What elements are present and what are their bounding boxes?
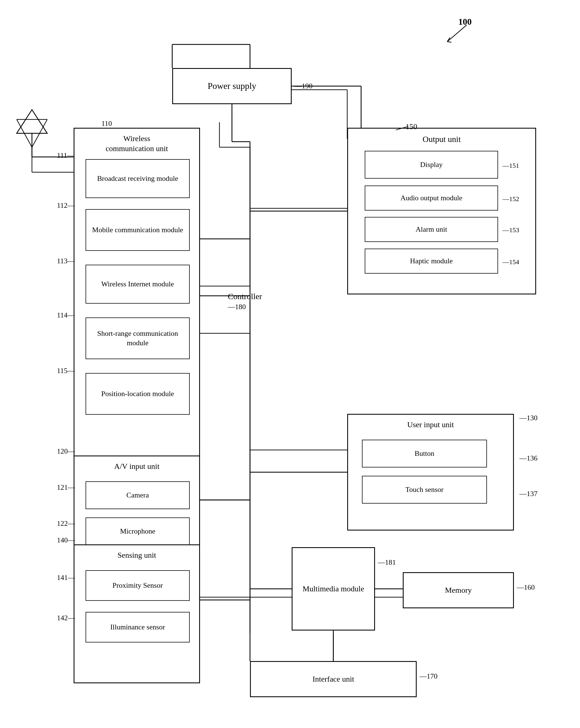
haptic-module-box: Haptic module (365, 249, 498, 274)
power-supply-box: Power supply (172, 68, 292, 104)
av-input-ref: 120— (57, 447, 75, 456)
mobile-ref: 112— (57, 201, 75, 210)
audio-output-ref: —152 (502, 195, 519, 203)
sensing-unit-box: Sensing unit Proximity Sensor Illuminanc… (74, 544, 200, 683)
output-unit-box: Output unit Display —151 Audio output mo… (347, 128, 536, 294)
touch-sensor-box: Touch sensor (362, 476, 487, 503)
interface-unit-box: Interface unit (250, 661, 417, 697)
broadcast-box: Broadcast receiving module (85, 159, 190, 198)
user-input-box: User input unit Button Touch sensor (347, 414, 514, 530)
touch-sensor-ref: —137 (520, 490, 537, 498)
wireless-unit-ref: 110 (101, 120, 112, 128)
microphone-box: Microphone (85, 517, 190, 545)
memory-ref: —160 (517, 583, 535, 592)
power-supply-ref: —190 (294, 82, 313, 90)
controller-label: Controller (228, 292, 262, 301)
wireless-internet-box: Wireless Internet module (85, 265, 190, 304)
display-box: Display (365, 151, 498, 179)
wireless-internet-ref: 113— (57, 257, 75, 265)
audio-output-box: Audio output module (365, 185, 498, 211)
proximity-sensor-box: Proximity Sensor (85, 570, 190, 601)
svg-line-19 (447, 25, 467, 42)
display-ref: —151 (502, 161, 519, 170)
short-range-box: Short-range communication module (85, 317, 190, 359)
mobile-comm-box: Mobile communication module (85, 209, 190, 251)
illuminance-ref: 142— (57, 614, 75, 622)
controller-ref: —180 (228, 303, 246, 311)
user-input-ref: —130 (520, 414, 537, 422)
short-range-ref: 114— (57, 311, 75, 319)
multimedia-ref: —181 (378, 558, 396, 567)
sensing-unit-ref: 140— (57, 536, 75, 544)
broadcast-ref: 111— (57, 151, 75, 160)
button-box: Button (362, 440, 487, 467)
alarm-unit-box: Alarm unit (365, 217, 498, 242)
title-arrow (439, 22, 472, 45)
haptic-module-ref: —154 (502, 258, 519, 266)
camera-box: Camera (85, 482, 190, 509)
user-input-label: User input unit (407, 420, 454, 430)
position-location-box: Position-location module (85, 373, 190, 415)
svg-line-21 (447, 42, 451, 42)
svg-line-1 (17, 120, 32, 147)
proximity-ref: 141— (57, 574, 75, 582)
wireless-unit-box: Wirelesscommunication unit Broadcast rec… (74, 128, 200, 489)
wireless-unit-label: Wirelesscommunication unit (81, 134, 193, 154)
svg-line-22 (396, 126, 408, 130)
microphone-ref: 122— (57, 519, 75, 528)
svg-marker-23 (17, 110, 47, 133)
diagram: 190 100 Power supply —190 Output unit Di… (0, 0, 580, 728)
button-ref: —136 (520, 454, 537, 463)
output-unit-label: Output unit (422, 134, 461, 145)
svg-line-2 (32, 120, 47, 147)
multimedia-module-box: Multimedia module (292, 547, 375, 630)
alarm-unit-ref: —153 (502, 226, 519, 234)
av-input-label: A/V input unit (114, 461, 159, 471)
position-ref: 115— (57, 367, 75, 375)
camera-ref: 121— (57, 483, 75, 492)
illuminance-sensor-box: Illuminance sensor (85, 612, 190, 643)
interface-unit-ref: —170 (419, 672, 438, 680)
sensing-unit-label: Sensing unit (117, 550, 156, 560)
memory-box: Memory (403, 572, 514, 608)
